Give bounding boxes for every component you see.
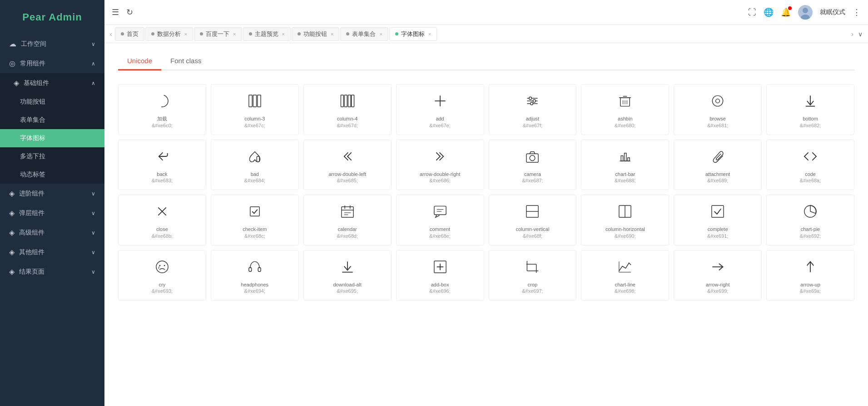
icon-cell-back[interactable]: back&#xe683;: [118, 140, 206, 190]
globe-icon[interactable]: 🌐: [764, 7, 774, 17]
sidebar-item-font-icon[interactable]: 字体图标: [0, 129, 104, 147]
more-icon[interactable]: ⋮: [853, 7, 861, 17]
sidebar-group-other[interactable]: ◈ 其他组件 ∨: [0, 242, 104, 262]
tab-form-set[interactable]: 表单集合×: [340, 27, 388, 41]
avatar[interactable]: [798, 5, 813, 20]
icon-cell-crop[interactable]: crop&#xe697;: [489, 250, 577, 301]
icon-glyph-crop: [525, 260, 540, 276]
icon-cell-attachment[interactable]: attachment&#xe689;: [674, 140, 762, 190]
icon-name-label-column-4: column-4: [337, 115, 357, 123]
sidebar-group-senior[interactable]: ◈ 高级组件 ∨: [0, 223, 104, 242]
icon-cell-browse[interactable]: browse&#xe681;: [674, 84, 762, 135]
icon-cell-chart-bar[interactable]: chart-bar&#xe688;: [581, 140, 669, 190]
menu-icon[interactable]: ☰: [112, 7, 119, 17]
icon-name-label-加载: 加载: [157, 115, 167, 123]
refresh-icon[interactable]: ↻: [126, 7, 133, 17]
sidebar-item-func-btn[interactable]: 功能按钮: [0, 93, 104, 111]
icon-code-label-arrow-up: &#xe69a;: [800, 288, 821, 294]
tab-close-baidu[interactable]: ×: [233, 31, 236, 37]
tab-data-analysis[interactable]: 数据分析×: [145, 27, 193, 41]
icon-name-label-chart-line: chart-line: [615, 281, 635, 289]
tab-more-btn[interactable]: ∨: [856, 30, 864, 38]
tab-home[interactable]: 首页: [115, 27, 144, 41]
icon-cell-check-item[interactable]: check-item&#xe68c;: [211, 195, 299, 246]
icon-cell-arrow-right[interactable]: arrow-right&#xe699;: [674, 250, 762, 301]
sidebar-group-workspace[interactable]: ☁ 工作空间 ∨: [0, 34, 104, 54]
icon-cell-column-4[interactable]: column-4&#xe67d;: [303, 84, 392, 135]
icon-cell-chart-pie[interactable]: chart-pie&#xe692;: [766, 195, 854, 246]
icon-code-label-arrow-double-left: &#xe685;: [337, 178, 357, 183]
icon-cell-adjust[interactable]: adjust&#xe67f;: [489, 84, 577, 135]
icon-cell-加载[interactable]: 加载&#xe6c0;: [118, 84, 206, 135]
icon-cell-chart-line[interactable]: chart-line&#xe698;: [581, 250, 669, 301]
tab-font-class[interactable]: Font class: [161, 52, 210, 70]
tab-theme[interactable]: 主题预览×: [243, 27, 291, 41]
icon-name-label-cry: cry: [159, 281, 166, 289]
icon-glyph-camera: [525, 149, 540, 166]
tab-func-btn[interactable]: 功能按钮×: [292, 27, 339, 41]
icon-cell-add-box[interactable]: add-box&#xe696;: [396, 250, 484, 301]
common-arrow-icon: ∧: [91, 60, 95, 67]
icon-glyph-arrow-double-right: [433, 149, 447, 166]
icon-cell-download-alt[interactable]: download-alt&#xe695;: [303, 250, 392, 301]
tab-close-theme[interactable]: ×: [282, 31, 285, 37]
icon-cell-complete[interactable]: complete&#xe691;: [674, 195, 762, 246]
icon-cell-arrow-double-left[interactable]: arrow-double-left&#xe685;: [303, 140, 392, 190]
icon-glyph-download-alt: [340, 260, 355, 276]
svg-rect-8: [344, 95, 347, 107]
icon-code-label-complete: &#xe691;: [707, 233, 728, 239]
sidebar-item-dynamic-tag[interactable]: 动态标签: [0, 165, 104, 184]
icon-glyph-close: [155, 204, 169, 221]
sidebar-group-popup[interactable]: ◈ 弹层组件 ∨: [0, 203, 104, 223]
icon-glyph-加载: [155, 94, 169, 110]
tab-close-func-btn[interactable]: ×: [331, 31, 333, 37]
sidebar-item-func-btn-label: 功能按钮: [20, 98, 45, 106]
icon-cell-column-3[interactable]: column-3&#xe67c;: [211, 84, 299, 135]
sidebar-group-result[interactable]: ◈ 结果页面 ∨: [0, 262, 104, 281]
icon-name-label-attachment: attachment: [705, 170, 730, 178]
tab-prev-btn[interactable]: ‹: [108, 30, 114, 38]
icon-cell-bottom[interactable]: bottom&#xe682;: [766, 84, 854, 135]
icon-cell-camera[interactable]: camera&#xe687;: [489, 140, 577, 190]
icon-code-label-calendar: &#xe68d;: [337, 233, 357, 239]
tab-close-form-set[interactable]: ×: [379, 31, 382, 37]
icon-code-label-column-vertical: &#xe68f;: [523, 233, 542, 239]
icon-cell-column-vertical[interactable]: column-vertical&#xe68f;: [489, 195, 577, 246]
sidebar-group-advanced[interactable]: ◈ 进阶组件 ∨: [0, 184, 104, 203]
icon-name-label-adjust: adjust: [526, 115, 539, 123]
icon-grid: 加载&#xe6c0;column-3&#xe67c;column-4&#xe67…: [118, 84, 854, 301]
topbar-right: ⛶ 🌐 🔔 就眠仪式 ⋮: [748, 5, 861, 20]
advanced-arrow-icon: ∨: [91, 190, 95, 197]
icon-cell-headphones[interactable]: headphones&#xe694;: [211, 250, 299, 301]
sidebar-subgroup-basic-header[interactable]: ◈ 基础组件 ∧: [0, 73, 104, 93]
icon-cell-ashbin[interactable]: ashbin&#xe680;: [581, 84, 669, 135]
icon-name-label-arrow-right: arrow-right: [706, 281, 730, 289]
workspace-icon: ☁: [9, 40, 16, 48]
icon-cell-arrow-up[interactable]: arrow-up&#xe69a;: [766, 250, 854, 301]
sidebar-item-multi-select[interactable]: 多选下拉: [0, 147, 104, 165]
icon-cell-code[interactable]: code&#xe68a;: [766, 140, 854, 190]
icon-cell-cry[interactable]: cry&#xe693;: [118, 250, 206, 301]
icon-cell-column-horizontal[interactable]: column-horizontal&#xe690;: [581, 195, 669, 246]
icon-glyph-column-horizontal: [618, 204, 632, 221]
icon-cell-comment[interactable]: comment&#xe68e;: [396, 195, 484, 246]
tab-close-data-analysis[interactable]: ×: [184, 31, 187, 37]
tab-unicode[interactable]: Unicode: [118, 52, 161, 70]
tab-baidu[interactable]: 百度一下×: [194, 27, 242, 41]
tab-close-font-icon[interactable]: ×: [428, 31, 431, 37]
tab-font-icon[interactable]: 字体图标×: [389, 27, 437, 41]
icon-cell-calendar[interactable]: calendar&#xe68d;: [303, 195, 392, 246]
icon-code-label-arrow-double-right: &#xe686;: [429, 178, 450, 183]
icon-cell-add[interactable]: add&#xe67e;: [396, 84, 484, 135]
icon-cell-close[interactable]: close&#xe68b;: [118, 195, 206, 246]
icon-cell-bad[interactable]: bad&#xe684;: [211, 140, 299, 190]
content-tabs: Unicode Font class: [118, 52, 854, 70]
icon-glyph-bottom: [803, 94, 818, 110]
icon-code-label-column-3: &#xe67c;: [244, 123, 265, 128]
tab-next-btn[interactable]: ›: [849, 30, 855, 38]
fullscreen-icon[interactable]: ⛶: [748, 8, 756, 17]
icon-cell-arrow-double-right[interactable]: arrow-double-right&#xe686;: [396, 140, 484, 190]
svg-point-31: [530, 155, 536, 160]
sidebar-group-common[interactable]: ◎ 常用组件 ∧: [0, 54, 104, 73]
sidebar-item-form-set[interactable]: 表单集合: [0, 111, 104, 129]
